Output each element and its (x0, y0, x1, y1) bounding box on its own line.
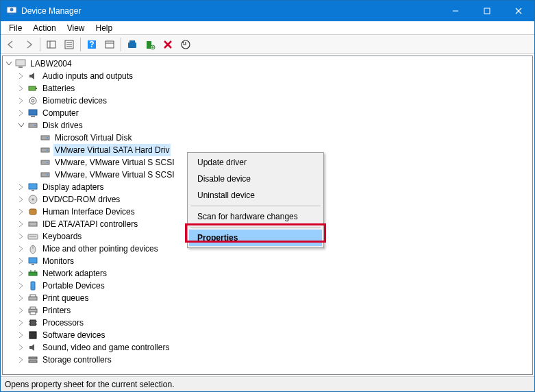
tree-category[interactable]: Audio inputs and outputs (16, 70, 532, 82)
hid-icon (27, 206, 38, 217)
tree-category[interactable]: Computer (16, 107, 532, 119)
ctx-separator (190, 227, 321, 228)
svg-rect-71 (29, 357, 37, 359)
ctx-separator (190, 206, 321, 206)
tree-label: Monitors (41, 255, 75, 267)
expander-closed-icon[interactable] (16, 318, 26, 328)
status-text: Opens property sheet for the current sel… (5, 380, 174, 389)
uninstall-button[interactable] (160, 36, 176, 53)
add-hardware-button[interactable] (142, 36, 158, 53)
expander-closed-icon[interactable] (16, 207, 26, 217)
ctx-properties[interactable]: Properties (189, 230, 322, 246)
svg-rect-49 (29, 222, 37, 226)
svg-rect-45 (32, 190, 34, 191)
properties-button[interactable] (61, 36, 77, 53)
tree-category[interactable]: Print queues (16, 292, 532, 304)
toolbar-separator (40, 38, 40, 51)
update-driver-button[interactable] (177, 36, 194, 53)
expander-closed-icon[interactable] (16, 343, 26, 352)
network-icon (27, 268, 38, 279)
tree-category[interactable]: Software devices (16, 329, 532, 341)
tree-category[interactable]: Batteries (16, 82, 532, 95)
expander-closed-icon[interactable] (16, 96, 26, 106)
tree-category[interactable]: Biometric devices (16, 95, 532, 107)
back-button[interactable] (3, 36, 19, 53)
menu-help[interactable]: Help (90, 22, 119, 34)
svg-point-37 (47, 137, 48, 138)
cpu-icon (27, 317, 38, 328)
show-hide-tree-button[interactable] (43, 36, 60, 53)
minimize-button[interactable] (440, 1, 471, 21)
tree-label: Batteries (41, 82, 76, 95)
ctx-scan-hardware[interactable]: Scan for hardware changes (189, 208, 322, 225)
computer-icon (27, 108, 38, 119)
svg-rect-33 (31, 116, 35, 117)
monitor-icon (27, 256, 38, 267)
svg-rect-18 (129, 40, 135, 42)
mouse-icon (27, 243, 38, 254)
svg-rect-63 (30, 307, 36, 309)
expander-closed-icon[interactable] (16, 219, 26, 229)
expander-closed-icon[interactable] (16, 256, 26, 266)
window-title: Device Manager (21, 6, 440, 16)
tree-category[interactable]: Network adapters (16, 267, 532, 280)
menu-action[interactable]: Action (27, 22, 61, 34)
tree-category[interactable]: Processors (16, 317, 532, 329)
tree-category[interactable]: Printers (16, 304, 532, 317)
svg-rect-7 (47, 41, 55, 48)
dvd-icon (27, 194, 38, 205)
expander-open-icon[interactable] (4, 59, 14, 69)
forward-button[interactable] (21, 36, 37, 53)
tree-device[interactable]: Microsoft Virtual Disk (29, 132, 532, 144)
tree-root[interactable]: LABW2004 (4, 58, 532, 70)
tree-category[interactable]: Portable Devices (16, 280, 532, 292)
expander-closed-icon[interactable] (16, 306, 26, 315)
expander-closed-icon[interactable] (16, 293, 26, 303)
svg-rect-60 (29, 297, 37, 300)
tree-label: Processors (41, 317, 85, 329)
svg-point-2 (10, 8, 14, 12)
expander-closed-icon[interactable] (16, 195, 26, 204)
expander-open-icon[interactable] (16, 121, 26, 130)
expander-closed-icon[interactable] (16, 269, 26, 278)
menu-file[interactable]: File (3, 22, 27, 34)
expander-closed-icon[interactable] (16, 355, 26, 365)
expander-closed-icon[interactable] (16, 330, 26, 340)
expander-closed-icon[interactable] (16, 108, 26, 118)
maximize-button[interactable] (471, 1, 503, 21)
expander-closed-icon[interactable] (16, 182, 26, 192)
ctx-disable-device[interactable]: Disable device (189, 171, 322, 187)
disk-icon (40, 157, 51, 168)
ctx-uninstall-device[interactable]: Uninstall device (189, 187, 322, 204)
disk-icon (27, 120, 38, 131)
tree-category[interactable]: Sound, video and game controllers (16, 341, 532, 354)
svg-rect-65 (30, 320, 36, 326)
expander-closed-icon[interactable] (16, 244, 26, 254)
svg-rect-55 (32, 264, 34, 265)
biometric-icon (27, 95, 38, 106)
tree-label: DVD/CD-ROM drives (41, 193, 121, 206)
expander-closed-icon[interactable] (16, 232, 26, 241)
computer-icon (15, 58, 26, 69)
svg-point-35 (34, 125, 36, 126)
ide-icon (27, 219, 38, 230)
ctx-update-driver[interactable]: Update driver (189, 154, 322, 171)
tree-label: IDE ATA/ATAPI controllers (41, 218, 139, 230)
menu-view[interactable]: View (62, 22, 90, 34)
expander-closed-icon[interactable] (16, 281, 26, 291)
expander-closed-icon[interactable] (16, 84, 26, 93)
close-button[interactable] (503, 1, 534, 21)
svg-rect-27 (18, 66, 23, 68)
tree-category[interactable]: Storage controllers (16, 354, 532, 366)
expander-closed-icon[interactable] (16, 71, 26, 81)
tree-category[interactable]: Monitors (16, 255, 532, 267)
device-tree-pane[interactable]: LABW2004 Audio inputs and outputs Batter… (2, 56, 533, 375)
storage-icon (27, 354, 38, 365)
tree-category-disk[interactable]: Disk drives (16, 119, 532, 132)
tree-label: Biometric devices (41, 95, 108, 107)
tree-label: LABW2004 (29, 58, 73, 70)
help-button[interactable]: ? (84, 36, 100, 53)
svg-rect-44 (29, 184, 37, 189)
action-button[interactable] (101, 36, 118, 53)
scan-hardware-button[interactable] (124, 36, 140, 53)
